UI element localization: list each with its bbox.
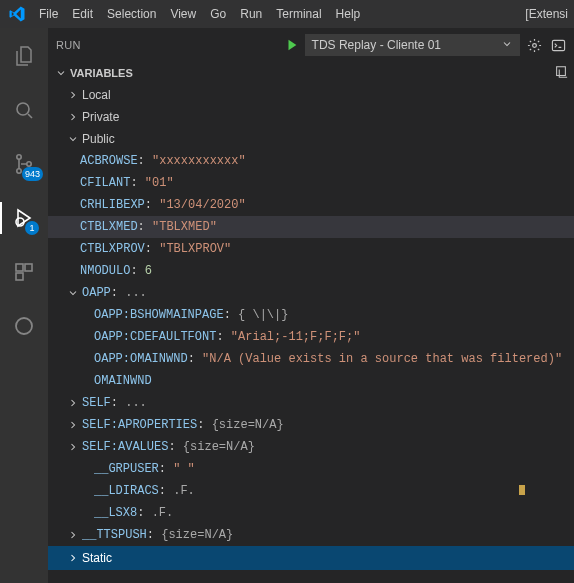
var-row[interactable]: OMAINWND xyxy=(48,370,574,392)
chevron-right-icon xyxy=(66,397,80,409)
var-row[interactable]: SELF: ... xyxy=(48,392,574,414)
var-row[interactable]: ACBROWSE: "xxxxxxxxxxx" xyxy=(48,150,574,172)
debug-badge: 1 xyxy=(25,221,39,235)
activity-extensions[interactable] xyxy=(0,252,48,292)
var-row[interactable]: CTBLXMED: "TBLXMED" xyxy=(48,216,574,238)
scope-private[interactable]: Private xyxy=(48,106,574,128)
source-control-badge: 943 xyxy=(22,167,43,181)
section-variables-label: VARIABLES xyxy=(70,67,133,79)
panel-title: RUN xyxy=(56,39,81,51)
debug-console-button[interactable] xyxy=(550,37,566,53)
chevron-right-icon xyxy=(66,89,80,101)
chevron-right-icon xyxy=(66,552,80,564)
section-variables[interactable]: VARIABLES xyxy=(48,62,574,84)
chevron-right-icon xyxy=(66,529,80,541)
var-row[interactable]: OAPP:BSHOWMAINPAGE: { \|\|} xyxy=(48,304,574,326)
var-row[interactable]: CTBLXPROV: "TBLXPROV" xyxy=(48,238,574,260)
debug-config-select[interactable]: TDS Replay - Cliente 01 xyxy=(305,34,520,56)
var-row[interactable]: __TTSPUSH: {size=N/A} xyxy=(48,524,574,546)
activity-explorer[interactable] xyxy=(0,36,48,76)
chevron-down-icon xyxy=(501,38,513,53)
scroll-marker xyxy=(519,485,525,495)
var-row[interactable]: __LSX8: .F. xyxy=(48,502,574,524)
menu-view[interactable]: View xyxy=(163,3,203,25)
debug-settings-button[interactable] xyxy=(526,37,542,53)
activity-run-debug[interactable]: 1 xyxy=(0,198,48,238)
var-row[interactable]: OAPP:OMAINWND: "N/A (Value exists in a s… xyxy=(48,348,574,370)
menubar: File Edit Selection View Go Run Terminal… xyxy=(0,0,574,28)
menu-help[interactable]: Help xyxy=(329,3,368,25)
menu-go[interactable]: Go xyxy=(203,3,233,25)
activity-bar: 943 1 xyxy=(0,28,48,583)
var-row[interactable]: CFILANT: "01" xyxy=(48,172,574,194)
variables-tree: Local Private Public ACBROWSE: "xxxxxxxx… xyxy=(48,84,574,583)
menu-terminal[interactable]: Terminal xyxy=(269,3,328,25)
var-row[interactable]: OAPP:CDEFAULTFONT: "Arial;-11;F;F;F;" xyxy=(48,326,574,348)
chevron-down-icon xyxy=(54,67,68,79)
menu-file[interactable]: File xyxy=(32,3,65,25)
var-row[interactable]: NMODULO: 6 xyxy=(48,260,574,282)
menu-run[interactable]: Run xyxy=(233,3,269,25)
chevron-right-icon xyxy=(66,111,80,123)
var-row[interactable]: OAPP: ... xyxy=(48,282,574,304)
activity-source-control[interactable]: 943 xyxy=(0,144,48,184)
var-row[interactable]: __GRPUSER: " " xyxy=(48,458,574,480)
var-row[interactable]: CRHLIBEXP: "13/04/2020" xyxy=(48,194,574,216)
var-row[interactable]: __LDIRACS: .F. xyxy=(48,480,574,502)
activity-search[interactable] xyxy=(0,90,48,130)
window-title-truncated: [Extensi xyxy=(525,7,570,21)
run-panel: RUN TDS Replay - Cliente 01 VARIABLES xyxy=(48,28,574,583)
var-row[interactable]: SELF:AVALUES: {size=N/A} xyxy=(48,436,574,458)
chevron-down-icon xyxy=(66,133,80,145)
scope-public[interactable]: Public xyxy=(48,128,574,150)
menu-edit[interactable]: Edit xyxy=(65,3,100,25)
vscode-logo-icon xyxy=(8,5,26,23)
debug-start-button[interactable] xyxy=(285,38,299,52)
scope-static[interactable]: Static xyxy=(48,546,574,570)
scope-local[interactable]: Local xyxy=(48,84,574,106)
debug-config-label: TDS Replay - Cliente 01 xyxy=(312,38,441,52)
var-row[interactable]: SELF:APROPERTIES: {size=N/A} xyxy=(48,414,574,436)
menu-selection[interactable]: Selection xyxy=(100,3,163,25)
activity-other[interactable] xyxy=(0,306,48,346)
chevron-right-icon xyxy=(66,441,80,453)
collapse-all-icon[interactable] xyxy=(554,65,568,81)
chevron-right-icon xyxy=(66,419,80,431)
chevron-down-icon xyxy=(66,287,80,299)
